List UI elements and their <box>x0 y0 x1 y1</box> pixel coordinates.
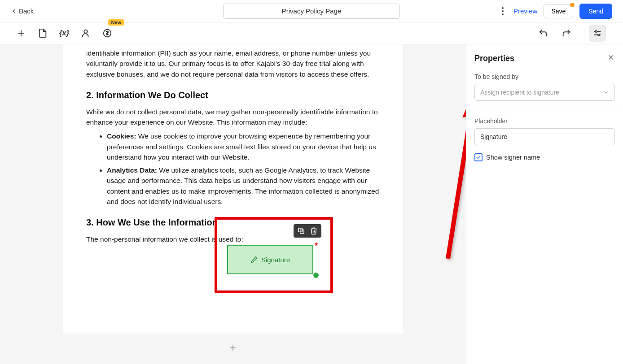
document-icon <box>38 28 48 38</box>
send-button[interactable]: Send <box>579 4 612 19</box>
undo-icon <box>538 28 548 38</box>
duplicate-icon[interactable] <box>297 227 305 235</box>
list-item: Analytics Data: We utilize analytics too… <box>107 165 380 207</box>
variable-button[interactable]: {x} <box>56 25 73 42</box>
chevron-left-icon <box>11 8 17 14</box>
assign-recipient-select[interactable]: Assign recipient to signature <box>474 84 615 101</box>
document-page[interactable]: identifiable information (PII) such as y… <box>63 44 403 334</box>
to-be-signed-by-label: To be signed by <box>474 73 615 80</box>
product-button[interactable]: New <box>99 25 116 42</box>
undo-button[interactable] <box>535 25 552 42</box>
svg-point-6 <box>595 31 597 33</box>
properties-panel: Properties To be signed by Assign recipi… <box>466 44 623 364</box>
signature-field[interactable]: Signature <box>227 245 313 274</box>
redo-button[interactable] <box>558 25 575 42</box>
annotation-arrow-icon <box>426 93 466 272</box>
list-item: Cookies: We use cookies to improve your … <box>107 131 380 162</box>
trash-icon[interactable] <box>310 227 318 235</box>
paragraph: While we do not collect personal data, w… <box>86 107 380 128</box>
pen-icon <box>250 256 258 263</box>
sliders-icon <box>592 28 602 38</box>
plus-icon <box>16 28 26 38</box>
document-title-input[interactable] <box>223 4 400 19</box>
person-button[interactable] <box>77 25 94 42</box>
more-menu-button[interactable] <box>498 5 507 17</box>
plus-icon <box>228 343 237 352</box>
svg-point-2 <box>84 30 87 33</box>
dollar-circle-icon <box>102 28 112 38</box>
back-label: Back <box>19 7 34 15</box>
settings-toggle-button[interactable] <box>589 25 606 42</box>
preview-button[interactable]: Preview <box>513 7 537 15</box>
placeholder-label: Placeholder <box>474 117 615 125</box>
field-toolbar <box>294 224 321 238</box>
document-button[interactable] <box>34 25 51 42</box>
close-icon <box>607 53 615 61</box>
svg-point-7 <box>598 34 600 36</box>
show-signer-name-checkbox[interactable]: Show signer name <box>474 153 615 161</box>
required-asterisk-icon: * <box>315 241 318 251</box>
signature-field-highlight: * Signature <box>215 217 333 293</box>
add-page-button[interactable] <box>227 342 239 354</box>
back-button[interactable]: Back <box>11 7 34 15</box>
check-icon <box>476 155 481 160</box>
resize-handle-icon[interactable] <box>313 273 319 278</box>
placeholder-input[interactable] <box>474 128 615 145</box>
chevron-down-icon <box>603 89 609 95</box>
heading-2: 2. Information We Do Collect <box>86 90 380 100</box>
add-element-button[interactable] <box>13 25 30 42</box>
close-properties-button[interactable] <box>607 53 615 63</box>
person-icon <box>81 28 91 38</box>
svg-marker-12 <box>462 97 466 117</box>
unsaved-indicator-icon <box>570 3 575 7</box>
paragraph: identifiable information (PII) such as y… <box>86 48 380 79</box>
new-badge: New <box>108 19 124 26</box>
redo-icon <box>562 28 571 38</box>
save-button[interactable]: Save <box>544 4 573 18</box>
properties-title: Properties <box>474 54 514 63</box>
